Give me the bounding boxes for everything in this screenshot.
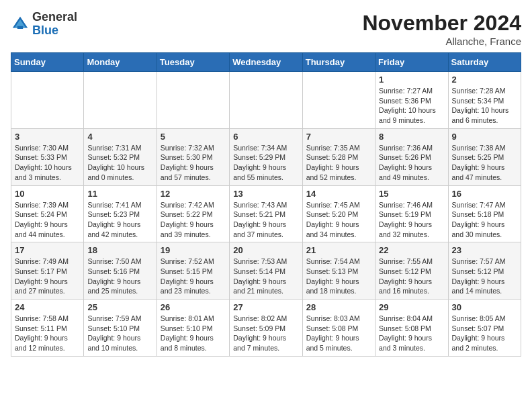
logo-icon [11,15,30,34]
day-number: 28 [306,302,371,312]
calendar-week-2: 3Sunrise: 7:30 AM Sunset: 5:33 PM Daylig… [11,128,521,185]
calendar-week-1: 1Sunrise: 7:27 AM Sunset: 5:36 PM Daylig… [11,72,521,129]
day-number: 4 [87,132,152,142]
calendar-cell: 23Sunrise: 7:57 AM Sunset: 5:12 PM Dayli… [448,242,521,300]
day-number: 26 [161,302,226,312]
location: Allanche, France [362,36,521,47]
day-info: Sunrise: 7:45 AM Sunset: 5:20 PM Dayligh… [306,200,371,240]
calendar-cell: 12Sunrise: 7:42 AM Sunset: 5:22 PM Dayli… [157,185,229,242]
day-info: Sunrise: 7:38 AM Sunset: 5:25 PM Dayligh… [452,143,517,183]
day-info: Sunrise: 8:02 AM Sunset: 5:09 PM Dayligh… [233,314,298,353]
day-info: Sunrise: 7:54 AM Sunset: 5:13 PM Dayligh… [306,257,371,296]
day-number: 5 [161,132,226,142]
day-info: Sunrise: 7:34 AM Sunset: 5:29 PM Dayligh… [233,143,298,183]
day-number: 2 [452,75,517,85]
day-info: Sunrise: 7:55 AM Sunset: 5:12 PM Dayligh… [379,257,444,296]
day-number: 19 [161,245,226,255]
calendar-cell: 14Sunrise: 7:45 AM Sunset: 5:20 PM Dayli… [302,185,375,242]
weekday-header-wednesday: Wednesday [230,53,302,72]
day-number: 6 [233,132,298,142]
calendar-cell: 3Sunrise: 7:30 AM Sunset: 5:33 PM Daylig… [11,128,84,185]
month-title: November 2024 [362,11,521,36]
day-number: 3 [15,132,80,142]
day-number: 22 [379,245,444,255]
calendar-week-3: 10Sunrise: 7:39 AM Sunset: 5:24 PM Dayli… [11,185,521,242]
day-number: 14 [306,189,371,199]
day-info: Sunrise: 7:36 AM Sunset: 5:26 PM Dayligh… [379,143,444,183]
calendar-cell: 26Sunrise: 8:01 AM Sunset: 5:10 PM Dayli… [157,300,229,357]
day-number: 13 [233,189,298,199]
day-info: Sunrise: 7:47 AM Sunset: 5:18 PM Dayligh… [452,200,517,240]
day-number: 1 [379,75,444,85]
calendar-cell [157,72,229,129]
calendar-header: SundayMondayTuesdayWednesdayThursdayFrid… [11,53,521,72]
calendar-cell: 1Sunrise: 7:27 AM Sunset: 5:36 PM Daylig… [375,72,448,129]
weekday-header-thursday: Thursday [302,53,375,72]
day-info: Sunrise: 7:41 AM Sunset: 5:23 PM Dayligh… [87,200,152,240]
calendar-cell: 21Sunrise: 7:54 AM Sunset: 5:13 PM Dayli… [302,242,375,300]
svg-rect-2 [17,26,23,29]
day-number: 8 [379,132,444,142]
day-info: Sunrise: 7:35 AM Sunset: 5:28 PM Dayligh… [306,143,371,183]
day-number: 21 [306,245,371,255]
calendar-cell: 18Sunrise: 7:50 AM Sunset: 5:16 PM Dayli… [84,242,157,300]
logo: General Blue [11,11,77,38]
calendar-cell: 25Sunrise: 7:59 AM Sunset: 5:10 PM Dayli… [84,300,157,357]
weekday-header-sunday: Sunday [11,53,84,72]
calendar-cell: 4Sunrise: 7:31 AM Sunset: 5:32 PM Daylig… [84,128,157,185]
day-info: Sunrise: 7:58 AM Sunset: 5:11 PM Dayligh… [15,314,80,353]
day-number: 29 [379,302,444,312]
day-info: Sunrise: 7:46 AM Sunset: 5:19 PM Dayligh… [379,200,444,240]
day-number: 11 [87,189,152,199]
day-number: 23 [452,245,517,255]
calendar-table: SundayMondayTuesdayWednesdayThursdayFrid… [11,52,521,357]
day-number: 10 [15,189,80,199]
day-number: 18 [87,245,152,255]
day-info: Sunrise: 7:57 AM Sunset: 5:12 PM Dayligh… [452,257,517,296]
calendar-cell: 2Sunrise: 7:28 AM Sunset: 5:34 PM Daylig… [448,72,521,129]
calendar-cell: 27Sunrise: 8:02 AM Sunset: 5:09 PM Dayli… [230,300,302,357]
calendar-cell [230,72,302,129]
day-number: 17 [15,245,80,255]
weekday-header-row: SundayMondayTuesdayWednesdayThursdayFrid… [11,53,521,72]
day-info: Sunrise: 7:32 AM Sunset: 5:30 PM Dayligh… [161,143,226,183]
calendar-cell: 6Sunrise: 7:34 AM Sunset: 5:29 PM Daylig… [230,128,302,185]
day-info: Sunrise: 7:49 AM Sunset: 5:17 PM Dayligh… [15,257,80,296]
day-info: Sunrise: 8:01 AM Sunset: 5:10 PM Dayligh… [161,314,226,353]
day-info: Sunrise: 7:52 AM Sunset: 5:15 PM Dayligh… [161,257,226,296]
day-info: Sunrise: 8:05 AM Sunset: 5:07 PM Dayligh… [452,314,517,353]
day-info: Sunrise: 8:04 AM Sunset: 5:08 PM Dayligh… [379,314,444,353]
day-info: Sunrise: 7:28 AM Sunset: 5:34 PM Dayligh… [452,86,517,126]
calendar-cell: 17Sunrise: 7:49 AM Sunset: 5:17 PM Dayli… [11,242,84,300]
logo-text: General Blue [32,11,77,38]
calendar-cell: 9Sunrise: 7:38 AM Sunset: 5:25 PM Daylig… [448,128,521,185]
weekday-header-friday: Friday [375,53,448,72]
calendar-week-4: 17Sunrise: 7:49 AM Sunset: 5:17 PM Dayli… [11,242,521,300]
calendar-cell: 15Sunrise: 7:46 AM Sunset: 5:19 PM Dayli… [375,185,448,242]
calendar-cell: 29Sunrise: 8:04 AM Sunset: 5:08 PM Dayli… [375,300,448,357]
day-number: 12 [161,189,226,199]
day-info: Sunrise: 7:59 AM Sunset: 5:10 PM Dayligh… [87,314,152,353]
day-info: Sunrise: 7:31 AM Sunset: 5:32 PM Dayligh… [87,143,152,183]
calendar-cell: 7Sunrise: 7:35 AM Sunset: 5:28 PM Daylig… [302,128,375,185]
day-number: 24 [15,302,80,312]
calendar-cell: 8Sunrise: 7:36 AM Sunset: 5:26 PM Daylig… [375,128,448,185]
calendar-cell: 30Sunrise: 8:05 AM Sunset: 5:07 PM Dayli… [448,300,521,357]
calendar-cell: 11Sunrise: 7:41 AM Sunset: 5:23 PM Dayli… [84,185,157,242]
day-number: 27 [233,302,298,312]
day-number: 20 [233,245,298,255]
calendar-cell [11,72,84,129]
day-info: Sunrise: 7:42 AM Sunset: 5:22 PM Dayligh… [161,200,226,240]
calendar-cell: 20Sunrise: 7:53 AM Sunset: 5:14 PM Dayli… [230,242,302,300]
day-info: Sunrise: 7:27 AM Sunset: 5:36 PM Dayligh… [379,86,444,126]
calendar-week-5: 24Sunrise: 7:58 AM Sunset: 5:11 PM Dayli… [11,300,521,357]
day-info: Sunrise: 8:03 AM Sunset: 5:08 PM Dayligh… [306,314,371,353]
day-number: 9 [452,132,517,142]
weekday-header-saturday: Saturday [448,53,521,72]
calendar-cell: 24Sunrise: 7:58 AM Sunset: 5:11 PM Dayli… [11,300,84,357]
weekday-header-monday: Monday [84,53,157,72]
calendar-cell: 28Sunrise: 8:03 AM Sunset: 5:08 PM Dayli… [302,300,375,357]
calendar-cell: 19Sunrise: 7:52 AM Sunset: 5:15 PM Dayli… [157,242,229,300]
page-header: General Blue November 2024 Allanche, Fra… [11,11,521,47]
title-block: November 2024 Allanche, France [362,11,521,47]
